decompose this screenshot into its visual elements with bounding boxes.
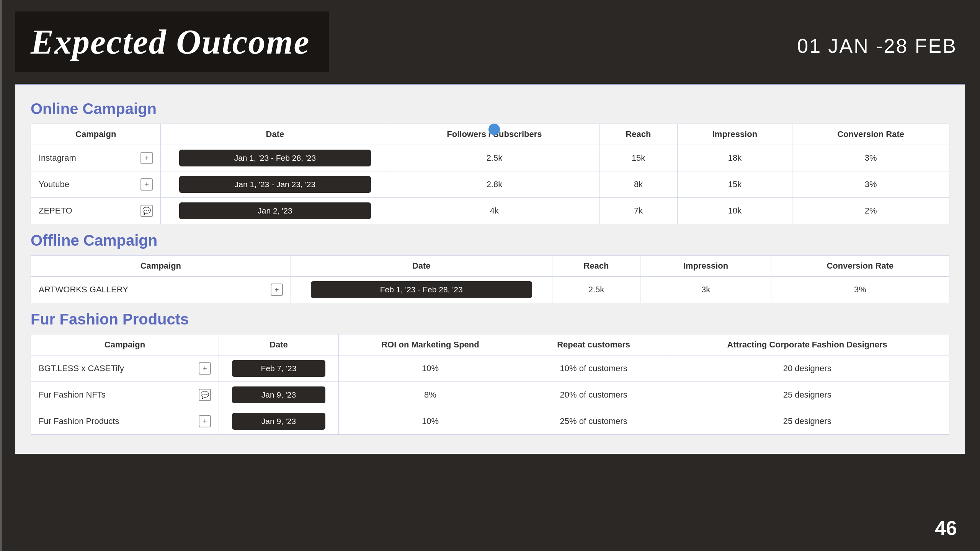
offline-campaign-title: Offline Campaign <box>31 232 949 249</box>
reach-cell: 2.5k <box>552 277 640 303</box>
conversion-cell: 2% <box>792 198 949 224</box>
offline-col-campaign: Campaign <box>31 256 291 277</box>
date-cell: Jan 9, '23 <box>219 382 338 408</box>
followers-cell: 4k <box>389 198 599 224</box>
chat-icon[interactable]: 💬 <box>199 389 211 401</box>
reach-cell: 7k <box>599 198 677 224</box>
attracting-cell: 25 designers <box>665 408 949 435</box>
campaign-cell: Youtube + <box>39 178 153 191</box>
date-cell: Jan 9, '23 <box>219 408 338 435</box>
chat-icon[interactable]: 💬 <box>140 205 153 217</box>
plus-icon[interactable]: + <box>199 415 211 427</box>
online-campaign-title: Online Campaign <box>31 100 949 117</box>
plus-icon[interactable]: + <box>140 152 153 164</box>
table-row: BGT.LESS x CASETify + Feb 7, '23 10% 10%… <box>31 355 949 382</box>
table-row: Youtube + Jan 1, '23 - Jan 23, '23 2.8k … <box>31 171 949 198</box>
fur-campaign-table: Campaign Date ROI on Marketing Spend Rep… <box>31 334 949 435</box>
campaign-label: BGT.LESS x CASETify <box>39 364 124 373</box>
fur-section-title: Fur Fashion Products <box>31 311 949 328</box>
plus-icon[interactable]: + <box>199 362 211 375</box>
campaign-name: ARTWORKS GALLERY + <box>31 277 291 303</box>
campaign-name: Fur Fashion Products + <box>31 408 219 435</box>
campaign-cell: Fur Fashion Products + <box>39 415 211 427</box>
table-row: ARTWORKS GALLERY + Feb 1, '23 - Feb 28, … <box>31 277 949 303</box>
table-row: Fur Fashion NFTs 💬 Jan 9, '23 8% 20% of … <box>31 382 949 408</box>
date-pill: Jan 2, '23 <box>179 202 371 219</box>
followers-cell: 2.8k <box>389 171 599 198</box>
attracting-cell: 20 designers <box>665 355 949 382</box>
campaign-name: ZEPETO 💬 <box>31 198 161 224</box>
conversion-cell: 3% <box>771 277 949 303</box>
roi-cell: 8% <box>338 382 522 408</box>
date-range: 01 JAN -28 FEB <box>797 34 957 57</box>
offline-col-impression: Impression <box>640 256 771 277</box>
table-row: Instagram + Jan 1, '23 - Feb 28, '23 2.5… <box>31 145 949 171</box>
impression-cell: 18k <box>677 145 792 171</box>
date-cell: Jan 1, '23 - Feb 28, '23 <box>161 145 389 171</box>
campaign-name: Fur Fashion NFTs 💬 <box>31 382 219 408</box>
online-campaign-table: Campaign Date Followers / Subscribers Re… <box>31 124 949 224</box>
conversion-cell: 3% <box>792 145 949 171</box>
table-row: Fur Fashion Products + Jan 9, '23 10% 25… <box>31 408 949 435</box>
offline-col-conversion: Conversion Rate <box>771 256 949 277</box>
attracting-cell: 25 designers <box>665 382 949 408</box>
online-col-reach: Reach <box>599 124 677 145</box>
campaign-name: Instagram + <box>31 145 161 171</box>
date-pill: Jan 9, '23 <box>232 386 326 403</box>
roi-cell: 10% <box>338 355 522 382</box>
campaign-label: Instagram <box>39 153 76 163</box>
fur-col-campaign: Campaign <box>31 334 219 355</box>
offline-col-reach: Reach <box>552 256 640 277</box>
campaign-cell: Fur Fashion NFTs 💬 <box>39 389 211 401</box>
page-header: Expected Outcome 01 JAN -28 FEB <box>0 0 980 84</box>
campaign-cell: ZEPETO 💬 <box>39 205 153 217</box>
plus-icon[interactable]: + <box>140 178 153 191</box>
campaign-cell: BGT.LESS x CASETify + <box>39 362 211 375</box>
followers-header-wrapper: Followers / Subscribers <box>397 129 591 139</box>
reach-cell: 8k <box>599 171 677 198</box>
fur-col-roi: ROI on Marketing Spend <box>338 334 522 355</box>
date-cell: Jan 2, '23 <box>161 198 389 224</box>
campaign-label: ZEPETO <box>39 206 72 216</box>
online-col-followers: Followers / Subscribers <box>389 124 599 145</box>
left-border-line <box>0 0 2 551</box>
campaign-label: Fur Fashion NFTs <box>39 390 106 400</box>
date-pill: Feb 7, '23 <box>232 360 326 377</box>
table-row: ZEPETO 💬 Jan 2, '23 4k 7k 10k 2% <box>31 198 949 224</box>
blue-dot-indicator <box>488 124 500 135</box>
roi-cell: 10% <box>338 408 522 435</box>
campaign-cell: Instagram + <box>39 152 153 164</box>
campaign-label: Fur Fashion Products <box>39 416 119 426</box>
main-content: Online Campaign Campaign Date Followers … <box>15 84 965 454</box>
impression-cell: 10k <box>677 198 792 224</box>
reach-cell: 15k <box>599 145 677 171</box>
page-title: Expected Outcome <box>31 22 310 62</box>
page-number: 46 <box>935 517 957 540</box>
campaign-label: Youtube <box>39 179 69 189</box>
campaign-cell: ARTWORKS GALLERY + <box>39 284 283 296</box>
date-pill: Feb 1, '23 - Feb 28, '23 <box>311 281 532 298</box>
conversion-cell: 3% <box>792 171 949 198</box>
followers-cell: 2.5k <box>389 145 599 171</box>
impression-cell: 15k <box>677 171 792 198</box>
repeat-cell: 20% of customers <box>522 382 665 408</box>
date-cell: Feb 1, '23 - Feb 28, '23 <box>291 277 552 303</box>
campaign-name: Youtube + <box>31 171 161 198</box>
date-pill: Jan 1, '23 - Jan 23, '23 <box>179 176 371 193</box>
plus-icon[interactable]: + <box>271 284 283 296</box>
fur-col-repeat: Repeat customers <box>522 334 665 355</box>
date-cell: Feb 7, '23 <box>219 355 338 382</box>
offline-campaign-table: Campaign Date Reach Impression Conversio… <box>31 255 949 303</box>
repeat-cell: 10% of customers <box>522 355 665 382</box>
date-cell: Jan 1, '23 - Jan 23, '23 <box>161 171 389 198</box>
fur-col-date: Date <box>219 334 338 355</box>
campaign-name: BGT.LESS x CASETify + <box>31 355 219 382</box>
fur-col-attracting: Attracting Corporate Fashion Designers <box>665 334 949 355</box>
title-block: Expected Outcome <box>15 11 329 72</box>
repeat-cell: 25% of customers <box>522 408 665 435</box>
date-pill: Jan 9, '23 <box>232 413 326 430</box>
online-col-campaign: Campaign <box>31 124 161 145</box>
online-col-date: Date <box>161 124 389 145</box>
online-col-conversion: Conversion Rate <box>792 124 949 145</box>
online-col-impression: Impression <box>677 124 792 145</box>
